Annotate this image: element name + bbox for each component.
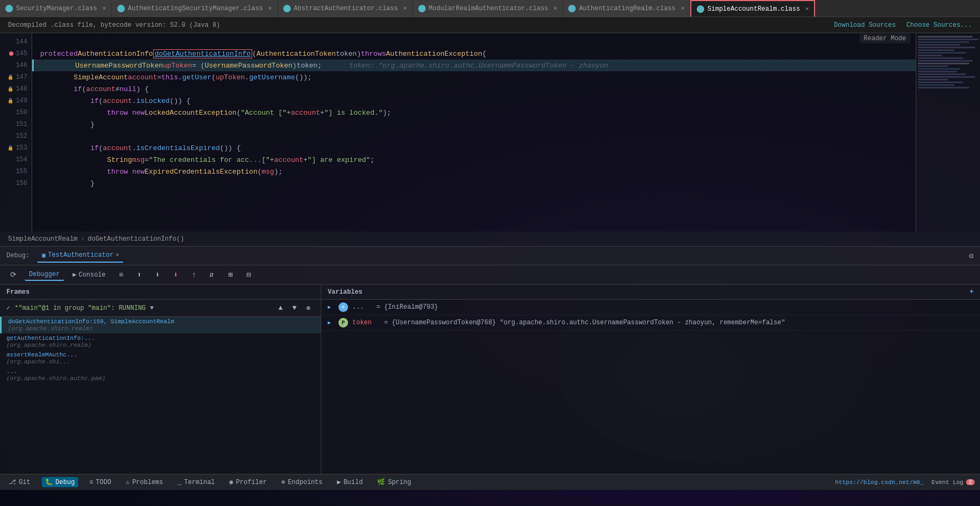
line-num-146: 146 [0,59,32,71]
tab-label-6: SimpleAccountRealm.class [707,5,800,13]
variables-title: Variables [328,288,363,296]
minimap-line [918,52,966,54]
tab-close-5[interactable]: × [681,5,684,12]
run-to-cursor-button[interactable]: ⬇ [169,268,183,282]
debug-status-item[interactable]: 🐛 Debug [42,477,78,487]
breadcrumb: SimpleAccountRealm › doGetAuthentication… [0,232,980,247]
minimap-line [918,36,973,38]
todo-status-item[interactable]: ≡ TODO [86,478,115,487]
problems-icon: ⚠ [126,478,130,486]
code-line-152 [32,130,916,142]
download-sources-link[interactable]: Download Sources [834,21,895,29]
frame-item-3[interactable]: ... (org.apache.shiro.authc.pam) [0,367,321,383]
restart-debug-button[interactable]: ⟳ [6,268,20,282]
reader-mode-button[interactable]: Reader Mode [860,34,910,43]
code-line-148: if ( account ≠ null ) { [32,83,916,95]
debug-label: Debug: [6,252,29,259]
terminal-status-item[interactable]: _ Terminal [174,478,218,487]
lock-icon-147: 🔒 [7,75,13,80]
thread-filter-button[interactable]: ⊛ [303,302,314,314]
debugger-tab[interactable]: Debugger [25,269,64,281]
console-label: Console [79,271,105,279]
line-num-155: 155 [0,166,32,177]
line-num-147: 🔒 147 [0,71,32,83]
tab-label-4: ModularRealmAuthenticator.class [429,5,548,12]
layout-button[interactable]: ⊟ [242,268,255,282]
minimap-line [918,73,966,75]
minimap-line [918,60,973,62]
tab-simple-account-realm[interactable]: SimpleAccountRealm.class × [690,0,815,17]
tab-close-3[interactable]: × [403,5,407,12]
grid-view-button[interactable]: ⊞ [223,268,237,282]
variables-panel: Variables + ▶ ≡ ... = {IniRealm@793} ▶ P… [321,285,980,474]
step-over-all-button[interactable]: ≡ [114,268,128,282]
frame-name-3: ... [6,368,314,375]
bp-icon-150 [9,110,13,115]
minimap-line [918,71,957,72]
step-out-button[interactable]: ⬇ [150,268,164,282]
evaluate-button[interactable]: ⇆ [205,268,219,282]
add-variable-icon[interactable]: + [970,288,974,296]
terminal-icon: _ [177,479,181,486]
var-item-1[interactable]: ▶ P token = {UsernamePasswordToken@768} … [321,315,980,331]
tab-authenticating-realm[interactable]: AuthenticatingRealm.class × [563,0,690,17]
line-num-145: 145 [0,48,32,59]
tab-modular-realm-authenticator[interactable]: ModularRealmAuthenticator.class × [413,0,563,17]
decompile-message: Decompiled .class file, bytecode version… [8,21,220,29]
frame-name-0: doGetAuthenticationInfo:159, SimpleAccou… [8,318,314,325]
tab-close-1[interactable]: × [102,5,106,12]
endpoints-status-item[interactable]: ⊕ Endpoints [278,477,326,487]
minimap-line [918,55,942,56]
spring-status-item[interactable]: 🌿 Spring [374,477,414,487]
debug-tab-close[interactable]: × [116,252,119,258]
tab-icon-6 [697,5,704,13]
frames-list: doGetAuthenticationInfo:159, SimpleAccou… [0,317,321,474]
step-over-button[interactable]: ↑ [187,268,201,282]
minimap-line [918,79,948,80]
code-line-149: if ( account . isLocked ()) { [32,95,916,107]
settings-gear-icon[interactable]: ⚙ [969,251,974,261]
minimap-line [918,87,969,88]
minimap-line [918,63,969,64]
choose-sources-link[interactable]: Choose Sources... [907,21,972,29]
frames-panel: Frames ✓ *"main"@1 in group "main": RUNN… [0,285,321,474]
debug-tab-icon: ▣ [42,251,46,259]
check-icon: ✓ [6,304,10,312]
profiler-status-item[interactable]: ◉ Profiler [226,477,270,487]
debug-tab-test-authenticator[interactable]: ▣ TestAuthenticator × [37,249,123,263]
problems-status-item[interactable]: ⚠ Problems [123,477,167,487]
tab-close-6[interactable]: × [805,6,809,12]
step-into-button[interactable]: ⬆ [132,268,146,282]
code-line-155: throw new ExpiredCredentialsException ( … [32,166,916,177]
thread-nav-down[interactable]: ▼ [289,302,300,314]
tab-close-4[interactable]: × [554,5,557,12]
code-line-156: } [32,177,916,189]
thread-name: *"main"@1 in group "main": RUNNING [14,304,146,312]
code-content[interactable]: protected AuthenticationInfo doGetAuthen… [32,33,916,232]
code-line-146: UsernamePasswordToken upToken = ( Userna… [32,59,916,71]
code-line-153: if ( account . isCredentialsExpired ()) … [32,142,916,154]
frame-item-0[interactable]: doGetAuthenticationInfo:159, SimpleAccou… [0,317,321,333]
frame-class-3: (org.apache.shiro.authc.pam) [6,375,314,382]
thread-nav-up[interactable]: ▲ [275,302,287,314]
minimap-line [918,44,960,46]
frame-item-2[interactable]: assertRealmMAuthc... (org.apache.shi... [0,350,321,367]
var-item-0[interactable]: ▶ ≡ ... = {IniRealm@793} [321,300,980,315]
frame-item-1[interactable]: getAuthenticationInfo:... (org.apache.sh… [0,333,321,350]
code-line-145: protected AuthenticationInfo doGetAuthen… [32,48,916,59]
line-num-144: 144 [0,36,32,48]
build-icon: ▶ [337,478,341,486]
thread-nav: ▲ ▼ ⊛ [275,302,314,314]
expand-icon-1: ▶ [328,319,334,326]
tab-abstract-authenticator[interactable]: AbstractAuthenticator.class × [278,0,413,17]
git-status-item[interactable]: ⎇ Git [5,477,34,487]
build-status-item[interactable]: ▶ Build [334,477,366,487]
console-tab[interactable]: ▶ Console [69,269,110,280]
var-name-1: token [352,319,372,326]
tab-authenticating-security-manager[interactable]: AuthenticatingSecurityManager.class × [112,0,278,17]
tab-security-manager[interactable]: SecurityManager.class × [0,0,112,17]
code-line-144 [32,36,916,48]
frame-name-2: assertRealmMAuthc... [6,352,314,358]
tab-label-1: SecurityManager.class [16,5,97,12]
tab-close-2[interactable]: × [268,5,272,12]
